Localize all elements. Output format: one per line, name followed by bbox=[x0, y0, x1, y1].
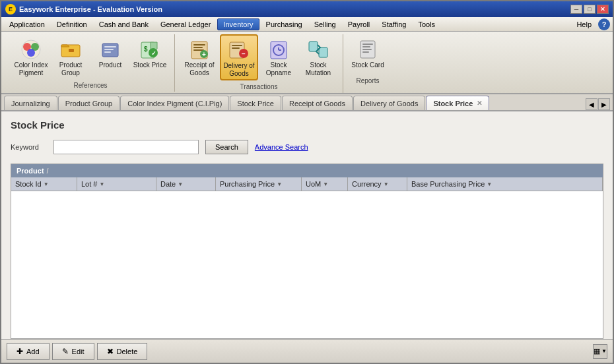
tab-stock-price-active[interactable]: Stock Price ✕ bbox=[426, 96, 489, 110]
svg-rect-35 bbox=[362, 51, 369, 53]
title-bar-left: E Easywork Enterprise - Evaluation Versi… bbox=[5, 4, 162, 15]
references-buttons: Color IndexPigment ProductGroup bbox=[12, 34, 169, 79]
keyword-label: Keyword bbox=[11, 143, 47, 151]
window-frame: E Easywork Enterprise - Evaluation Versi… bbox=[0, 0, 614, 364]
table-body bbox=[11, 191, 603, 338]
menu-inventory[interactable]: Inventory bbox=[217, 18, 259, 30]
bottom-bar: ✚ Add ✎ Edit ✖ Delete ▦ ▼ bbox=[1, 339, 613, 363]
search-button[interactable]: Search bbox=[205, 140, 248, 154]
content-area: Stock Price Keyword Search Advance Searc… bbox=[1, 111, 613, 339]
menu-payroll[interactable]: Payroll bbox=[343, 19, 376, 30]
col-header-date[interactable]: Date ▼ bbox=[156, 177, 216, 191]
svg-text:−: − bbox=[242, 50, 246, 57]
menu-purchasing[interactable]: Purchasing bbox=[261, 19, 308, 30]
tab-bar: Journalizing Product Group Color Index P… bbox=[1, 94, 613, 111]
table-product-header: Product / bbox=[11, 164, 603, 177]
tab-nav-right[interactable]: ▶ bbox=[598, 98, 610, 110]
menu-cash-bank[interactable]: Cash and Bank bbox=[94, 19, 154, 30]
menu-help[interactable]: Help bbox=[571, 19, 597, 30]
toolbar-delivery-of-goods[interactable]: − Delivery ofGoods bbox=[220, 34, 258, 80]
toolbar-receipt-of-goods[interactable]: + Receipt ofGoods bbox=[180, 34, 219, 79]
toolbar-color-index[interactable]: Color IndexPigment bbox=[12, 34, 50, 79]
tab-delivery[interactable]: Delivery of Goods bbox=[353, 96, 425, 110]
color-index-label: Color IndexPigment bbox=[14, 61, 48, 77]
maximize-button[interactable]: □ bbox=[584, 5, 596, 14]
col-label-stock-id: Stock Id bbox=[15, 180, 42, 188]
bottom-right: ▦ ▼ bbox=[593, 344, 607, 359]
svg-text:+: + bbox=[202, 51, 206, 58]
delete-button[interactable]: ✖ Delete bbox=[97, 343, 148, 360]
svg-rect-8 bbox=[104, 49, 114, 50]
menu-tools[interactable]: Tools bbox=[413, 19, 440, 30]
menu-application[interactable]: Application bbox=[4, 19, 50, 30]
tab-nav-left[interactable]: ◀ bbox=[586, 98, 597, 110]
pager-box[interactable]: ▦ ▼ bbox=[593, 344, 607, 359]
product-icon bbox=[98, 38, 122, 61]
tab-color-index[interactable]: Color Index Pigment (C.I.Pig) bbox=[120, 96, 229, 110]
tab-close-icon[interactable]: ✕ bbox=[477, 100, 482, 107]
svg-rect-16 bbox=[193, 47, 203, 48]
col-header-base-price[interactable]: Base Purchasing Price ▼ bbox=[407, 177, 603, 191]
toolbar-product-group[interactable]: ProductGroup bbox=[51, 34, 90, 79]
svg-rect-33 bbox=[362, 46, 370, 47]
pager-icon: ▦ bbox=[594, 347, 600, 355]
tab-nav: ◀ ▶ bbox=[586, 98, 610, 110]
delete-icon: ✖ bbox=[107, 347, 114, 356]
column-headers: Stock Id ▼ Lot # ▼ Date ▼ Purchasing Pri… bbox=[11, 177, 603, 191]
menu-staffing[interactable]: Staffing bbox=[376, 19, 411, 30]
tab-journalizing[interactable]: Journalizing bbox=[4, 96, 57, 110]
sort-arrow-uom: ▼ bbox=[323, 181, 328, 187]
tab-receipt[interactable]: Receipt of Goods bbox=[282, 96, 353, 110]
edit-button[interactable]: ✎ Edit bbox=[52, 343, 94, 360]
title-bar-controls: ─ □ ✕ bbox=[570, 5, 609, 14]
toolbar-product[interactable]: Product bbox=[91, 34, 129, 71]
svg-rect-15 bbox=[193, 44, 205, 46]
transactions-label: Transactions bbox=[240, 80, 278, 90]
sort-arrow-base-price: ▼ bbox=[487, 181, 492, 187]
add-label: Add bbox=[26, 348, 40, 355]
edit-icon: ✎ bbox=[62, 347, 69, 356]
col-header-lot[interactable]: Lot # ▼ bbox=[77, 177, 156, 191]
toolbar-stock-opname[interactable]: StockOpname bbox=[259, 34, 298, 79]
reports-buttons: Stock Card bbox=[349, 34, 387, 71]
toolbar-group-references: Color IndexPigment ProductGroup bbox=[7, 34, 175, 92]
receipt-label: Receipt ofGoods bbox=[184, 61, 214, 77]
toolbar-stock-mutation[interactable]: StockMutation bbox=[299, 34, 337, 79]
stock-mutation-label: StockMutation bbox=[306, 61, 331, 77]
window-title: Easywork Enterprise - Evaluation Version bbox=[19, 5, 162, 13]
search-input[interactable] bbox=[53, 140, 199, 154]
add-button[interactable]: ✚ Add bbox=[7, 343, 50, 360]
stock-card-label: Stock Card bbox=[351, 61, 384, 69]
svg-rect-5 bbox=[69, 49, 74, 52]
toolbar-stock-price[interactable]: $ ✓ Stock Price bbox=[131, 34, 169, 71]
toolbar: Color IndexPigment ProductGroup bbox=[1, 32, 613, 94]
menu-definition[interactable]: Definition bbox=[51, 19, 92, 30]
close-button[interactable]: ✕ bbox=[597, 5, 609, 14]
advance-search-link[interactable]: Advance Search bbox=[255, 143, 308, 151]
col-label-purchasing-price: Purchasing Price bbox=[220, 180, 275, 188]
page-title: Stock Price bbox=[11, 119, 603, 131]
stock-opname-label: StockOpname bbox=[266, 61, 291, 77]
menu-selling[interactable]: Selling bbox=[309, 19, 341, 30]
menu-general-ledger[interactable]: General Ledger bbox=[155, 19, 216, 30]
col-header-purchasing-price[interactable]: Purchasing Price ▼ bbox=[216, 177, 302, 191]
product-label: Product bbox=[99, 61, 121, 69]
toolbar-group-transactions: + Receipt ofGoods − bbox=[175, 34, 343, 93]
stock-card-icon bbox=[356, 38, 380, 61]
color-index-icon bbox=[19, 38, 43, 61]
toolbar-stock-card[interactable]: Stock Card bbox=[349, 34, 387, 71]
svg-rect-21 bbox=[232, 45, 242, 46]
toolbar-group-reports: Stock Card Reports bbox=[343, 34, 392, 87]
delivery-label: Delivery ofGoods bbox=[223, 62, 254, 78]
minimize-button[interactable]: ─ bbox=[570, 5, 582, 14]
col-header-currency[interactable]: Currency ▼ bbox=[348, 177, 407, 191]
tab-product-group[interactable]: Product Group bbox=[58, 96, 120, 110]
col-header-uom[interactable]: UoM ▼ bbox=[302, 177, 348, 191]
table-product-label: Product bbox=[17, 167, 44, 175]
delivery-icon: − bbox=[227, 38, 251, 62]
col-label-base-price: Base Purchasing Price bbox=[411, 180, 485, 188]
tab-stock-price[interactable]: Stock Price bbox=[230, 96, 281, 110]
edit-label: Edit bbox=[72, 348, 85, 355]
col-header-stock-id[interactable]: Stock Id ▼ bbox=[11, 177, 77, 191]
table-slash: / bbox=[47, 167, 49, 175]
